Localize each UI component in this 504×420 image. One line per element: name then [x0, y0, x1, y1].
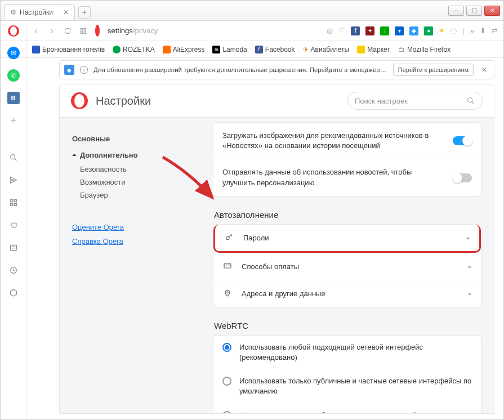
maximize-button[interactable]: ☐ [466, 6, 482, 16]
bookmark-item[interactable]: ROZETKA [113, 46, 155, 53]
page-title: Настройки [96, 95, 151, 108]
flow-icon[interactable] [7, 174, 20, 186]
sidenav-advanced[interactable]: Дополнительно [72, 151, 200, 159]
tab-title: Настройки [20, 8, 53, 16]
rate-opera-link[interactable]: Оцените Opera [72, 223, 200, 231]
search-icon[interactable] [7, 151, 20, 164]
ext-icon[interactable]: ◌ [451, 26, 457, 35]
card-icon [222, 261, 233, 272]
svg-rect-8 [14, 203, 16, 205]
close-notice-button[interactable]: ✕ [479, 66, 489, 74]
window-controls: — ☐ ✕ [448, 6, 500, 16]
notice-text: Для обновления расширений требуются допо… [93, 66, 387, 73]
whatsapp-icon[interactable]: ✆ [7, 69, 20, 82]
extension-notice: ◆ i Для обновления расширений требуются … [59, 60, 494, 79]
svg-rect-6 [14, 200, 16, 202]
bookmarks-icon[interactable] [7, 219, 20, 231]
overflow-icon[interactable]: » [470, 26, 474, 35]
svg-point-11 [468, 98, 472, 102]
bookmark-item[interactable]: Маркет [357, 46, 390, 53]
svg-rect-3 [84, 32, 86, 34]
section-autofill: Автозаполнение [214, 210, 481, 220]
title-bar: ⚙ Настройки ✕ + — ☐ ✕ [1, 1, 503, 21]
ext-icon[interactable]: ▾ [395, 26, 404, 35]
sidenav-security[interactable]: Безопасность [80, 165, 200, 173]
info-icon: i [80, 66, 88, 74]
help-opera-link[interactable]: Справка Opera [72, 237, 200, 245]
news-card: Загружать изображения для рекомендованны… [213, 122, 481, 196]
download-icon[interactable]: ⬇ [480, 26, 486, 35]
svg-rect-9 [10, 245, 16, 250]
browser-tab[interactable]: ⚙ Настройки ✕ [4, 5, 75, 20]
bookmark-item[interactable]: fFacebook [255, 46, 295, 53]
webrtc-option-3[interactable]: Использовать только публичные сетевые ин… [213, 404, 481, 414]
messenger-icon[interactable]: ✉ [7, 47, 20, 59]
extension-badge-icon: ◆ [64, 65, 74, 75]
chevron-right-icon: ▸ [469, 290, 472, 297]
setting-news-data: Отправлять данные об использовании новос… [213, 159, 481, 195]
radio-icon [222, 377, 231, 386]
ext-icon[interactable]: ◎ [327, 26, 333, 35]
search-placeholder: Поиск настроек [355, 97, 408, 105]
opera-logo-icon [71, 92, 88, 109]
back-button[interactable] [32, 27, 40, 35]
add-messenger-button[interactable]: + [7, 114, 20, 127]
gear-icon: ⚙ [10, 8, 16, 16]
minimize-button[interactable]: — [448, 6, 464, 16]
address-bar: settings/privacy ◎ ♡ f ✦ ↓ ▾ ◆ ● ✶ ◌ | »… [1, 21, 503, 41]
bookmark-item[interactable]: AliExpress [163, 46, 205, 53]
svg-rect-2 [81, 32, 83, 34]
ext-icon[interactable]: ● [424, 26, 433, 35]
bookmark-item[interactable]: Бронювання готелів [32, 46, 105, 53]
extensions-icon[interactable] [7, 287, 20, 299]
new-tab-button[interactable]: + [78, 6, 91, 19]
vk-icon[interactable]: B [7, 92, 20, 104]
chevron-right-icon: ▸ [467, 234, 470, 242]
ext-icon[interactable]: ✶ [439, 26, 445, 35]
pin-icon [222, 288, 233, 299]
toolbar-icons: ◎ ♡ f ✦ ↓ ▾ ◆ ● ✶ ◌ | » ⬇ ⇄ [327, 26, 498, 35]
speed-dial-icon[interactable] [7, 196, 20, 209]
sidenav-basic[interactable]: Основные [72, 135, 200, 143]
sidenav-browser[interactable]: Браузер [80, 191, 200, 199]
autofill-payment[interactable]: Способы оплаты ▸ [213, 253, 481, 280]
bookmark-item[interactable]: laLamoda [212, 46, 247, 53]
toggle-news-data[interactable] [453, 173, 472, 182]
key-icon [224, 233, 234, 243]
url-path: /privacy [133, 26, 158, 35]
svg-point-12 [226, 236, 229, 239]
close-button[interactable]: ✕ [484, 6, 500, 16]
menu-icon[interactable]: ⇄ [492, 26, 498, 35]
ext-icon[interactable]: ↓ [380, 26, 389, 35]
radio-icon [222, 411, 231, 414]
news-icon[interactable] [7, 242, 20, 254]
settings-header: Настройки Поиск настроек [59, 84, 494, 118]
svg-rect-13 [224, 263, 231, 268]
ext-icon[interactable]: ✦ [365, 26, 374, 35]
reload-button[interactable] [64, 27, 72, 35]
autofill-addresses[interactable]: Адреса и другие данные ▸ [213, 280, 481, 307]
ext-icon[interactable]: f [351, 26, 360, 35]
tab-close-icon[interactable]: ✕ [63, 8, 69, 16]
bookmark-folder[interactable]: 🗀Mozilla Firefox [398, 46, 451, 53]
history-icon[interactable] [7, 264, 20, 276]
settings-search[interactable]: Поиск настроек [347, 92, 483, 110]
svg-rect-1 [84, 28, 86, 30]
svg-rect-5 [10, 200, 12, 202]
webrtc-option-2[interactable]: Использовать только публичные и частные … [213, 369, 481, 403]
ext-icon[interactable]: ◆ [409, 26, 418, 35]
webrtc-option-1[interactable]: Использовать любой подходящий сетевой ин… [213, 336, 481, 369]
url-base: settings [108, 26, 133, 35]
toggle-news-images[interactable] [453, 136, 472, 145]
speed-dial-button[interactable] [79, 27, 87, 35]
opera-icon[interactable] [8, 25, 19, 37]
bookmark-item[interactable]: ✈Авиабилеты [303, 46, 350, 53]
forward-button[interactable] [48, 27, 56, 35]
sidenav-features[interactable]: Возможности [80, 178, 200, 186]
url-field[interactable]: settings/privacy [108, 26, 158, 35]
go-to-extensions-button[interactable]: Перейти к расширениям [393, 64, 474, 76]
ext-icon[interactable]: ♡ [338, 26, 345, 35]
svg-point-14 [227, 292, 229, 293]
autofill-passwords[interactable]: Пароли ▸ [213, 225, 481, 253]
webrtc-card: Использовать любой подходящий сетевой ин… [213, 335, 481, 413]
